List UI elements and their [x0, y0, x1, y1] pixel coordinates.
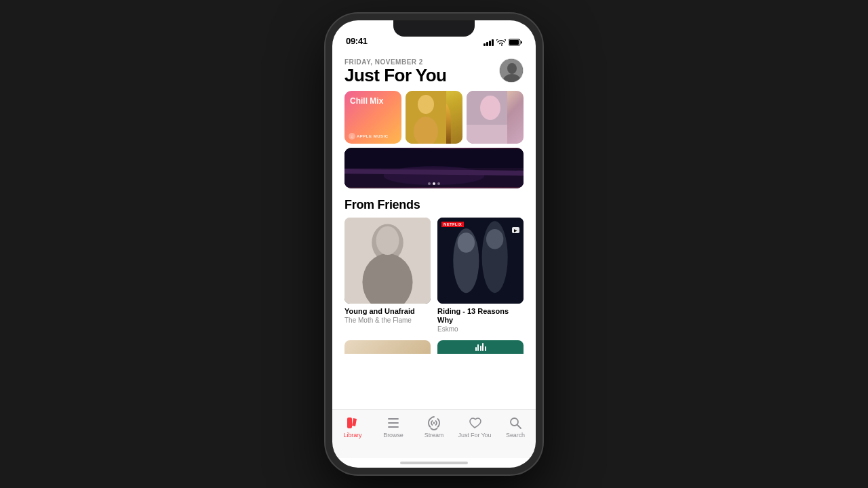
- avatar-image: [500, 59, 523, 82]
- apple-music-text: APPLE MUSIC: [357, 134, 389, 138]
- album-card-riding[interactable]: NETFLIX ▶ Riding - 13 Reasons Why Eskmo: [437, 218, 524, 333]
- equalizer-icon: [475, 343, 486, 351]
- banner-art: [344, 148, 524, 188]
- tab-browse[interactable]: Browse: [373, 415, 414, 439]
- library-icon: [345, 415, 360, 430]
- status-time: 09:41: [346, 36, 368, 46]
- album-art-riding: NETFLIX ▶: [437, 218, 524, 304]
- svg-point-3: [507, 63, 517, 74]
- from-friends-section-header: From Friends: [332, 194, 536, 218]
- avatar[interactable]: [499, 58, 524, 83]
- album-title-young-unafraid: Young and Unafraid: [344, 307, 431, 316]
- svg-line-16: [344, 171, 524, 173]
- partial-card-left: [344, 340, 431, 354]
- album-art-young-unafraid: [344, 218, 431, 304]
- tab-bar: Library Browse Stream: [332, 409, 536, 458]
- browse-icon: [386, 415, 401, 430]
- svg-point-24: [458, 232, 475, 253]
- tab-stream-label: Stream: [425, 432, 443, 439]
- home-indicator: [332, 458, 536, 468]
- content-area[interactable]: FRIDAY, NOVEMBER 2 Just For You Chill Mi…: [332, 50, 536, 409]
- riding-play-badge: ▶: [512, 227, 519, 233]
- tab-just-for-you-label: Just For You: [458, 432, 492, 439]
- featured-card-chill-mix[interactable]: Chill Mix ♫ APPLE MUSIC: [344, 91, 401, 144]
- svg-point-20: [376, 226, 399, 254]
- signal-icon: [484, 39, 494, 46]
- tab-search[interactable]: Search: [495, 415, 536, 439]
- netflix-badge: NETFLIX: [441, 222, 464, 227]
- tab-library[interactable]: Library: [332, 415, 373, 439]
- friends-albums-row: Young and Unafraid The Moth & the Flame …: [332, 218, 536, 333]
- featured-card-3[interactable]: [467, 91, 524, 144]
- svg-point-27: [511, 418, 518, 426]
- tab-library-label: Library: [344, 432, 362, 439]
- svg-point-26: [433, 422, 435, 424]
- svg-rect-21: [437, 218, 524, 304]
- featured-cards-row: Chill Mix ♫ APPLE MUSIC: [332, 91, 536, 144]
- chill-mix-label: Chill Mix: [350, 96, 383, 106]
- dot-1: [428, 182, 431, 185]
- svg-rect-12: [467, 125, 507, 144]
- notch: [393, 20, 475, 37]
- phone-frame: 09:41: [326, 14, 542, 474]
- page-title: Just For You: [344, 66, 447, 85]
- featured-card-3-art: [467, 91, 524, 144]
- apple-music-badge: ♫ APPLE MUSIC: [349, 133, 389, 140]
- bottom-partial-row: [332, 340, 536, 354]
- wifi-icon: [496, 39, 506, 46]
- tab-search-label: Search: [506, 432, 525, 439]
- album-artist-young-unafraid: The Moth & the Flame: [344, 316, 431, 325]
- dot-3: [437, 182, 440, 185]
- featured-card-2-art: [406, 91, 462, 144]
- svg-rect-1: [509, 40, 519, 45]
- home-pill: [400, 462, 468, 464]
- page-header: FRIDAY, NOVEMBER 2 Just For You: [332, 50, 536, 91]
- dot-2: [433, 182, 435, 185]
- svg-point-25: [486, 229, 503, 249]
- stream-icon: [427, 415, 441, 430]
- tab-stream[interactable]: Stream: [414, 415, 454, 439]
- featured-card-2[interactable]: [406, 91, 462, 144]
- partial-card-right: [437, 340, 524, 354]
- battery-icon: [509, 39, 522, 46]
- album-artist-riding: Eskmo: [437, 325, 524, 333]
- tab-browse-label: Browse: [383, 432, 403, 439]
- svg-point-11: [480, 96, 500, 120]
- album-title-riding: Riding - 13 Reasons Why: [437, 307, 524, 325]
- svg-point-8: [418, 95, 434, 114]
- banner-card[interactable]: [344, 148, 524, 188]
- status-icons: [484, 39, 522, 46]
- banner-pagination-dots: [428, 182, 440, 185]
- tab-just-for-you[interactable]: Just For You: [454, 415, 495, 439]
- svg-text:♫: ♫: [351, 134, 354, 138]
- heart-icon: [467, 415, 482, 430]
- header-text: FRIDAY, NOVEMBER 2 Just For You: [344, 58, 447, 85]
- search-icon: [508, 415, 523, 430]
- svg-line-28: [517, 425, 521, 428]
- album-card-young-unafraid[interactable]: Young and Unafraid The Moth & the Flame: [344, 218, 431, 333]
